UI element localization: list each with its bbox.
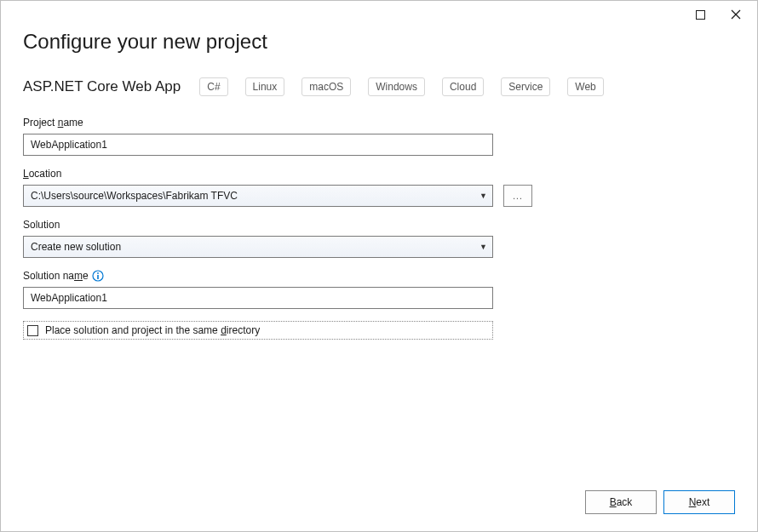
page-title: Configure your new project: [23, 30, 735, 54]
location-combo[interactable]: C:\Users\source\Workspaces\Fabrikam TFVC…: [23, 185, 493, 207]
svg-rect-0: [696, 10, 704, 19]
location-label: Location: [23, 168, 735, 180]
solution-name-field: Solution name: [23, 270, 735, 309]
back-button[interactable]: Back: [585, 490, 657, 514]
template-tags: C# Linux macOS Windows Cloud Service Web: [199, 77, 604, 96]
checkbox-box: [27, 325, 38, 336]
close-icon: [731, 9, 741, 20]
tag: macOS: [301, 77, 351, 96]
solution-label: Solution: [23, 219, 735, 231]
solution-name-label: Solution name: [23, 270, 735, 282]
maximize-button[interactable]: [689, 3, 711, 26]
svg-rect-5: [97, 275, 99, 279]
tag: Cloud: [442, 77, 484, 96]
location-field: Location C:\Users\source\Workspaces\Fabr…: [23, 168, 735, 207]
location-value: C:\Users\source\Workspaces\Fabrikam TFVC: [31, 190, 238, 202]
next-button[interactable]: Next: [663, 490, 735, 514]
tag: Linux: [245, 77, 285, 96]
chevron-down-icon: ▼: [479, 192, 487, 200]
solution-name-input[interactable]: [23, 287, 493, 309]
template-name: ASP.NET Core Web App: [23, 78, 181, 95]
info-icon: [92, 270, 104, 282]
browse-button[interactable]: ...: [503, 185, 532, 207]
chevron-down-icon: ▼: [479, 243, 487, 251]
tag: C#: [199, 77, 227, 96]
close-button[interactable]: [725, 3, 747, 26]
project-name-input[interactable]: [23, 134, 493, 156]
tag: Service: [501, 77, 550, 96]
tag: Web: [567, 77, 603, 96]
tag: Windows: [368, 77, 425, 96]
svg-point-4: [97, 272, 99, 274]
same-directory-label: Place solution and project in the same d…: [45, 324, 260, 336]
maximize-icon: [696, 10, 705, 20]
project-name-field: Project name: [23, 117, 735, 156]
solution-combo[interactable]: Create new solution ▼: [23, 236, 493, 258]
solution-value: Create new solution: [31, 241, 121, 253]
project-name-label: Project name: [23, 117, 735, 129]
solution-field: Solution Create new solution ▼: [23, 219, 735, 258]
same-directory-checkbox[interactable]: Place solution and project in the same d…: [23, 321, 493, 340]
